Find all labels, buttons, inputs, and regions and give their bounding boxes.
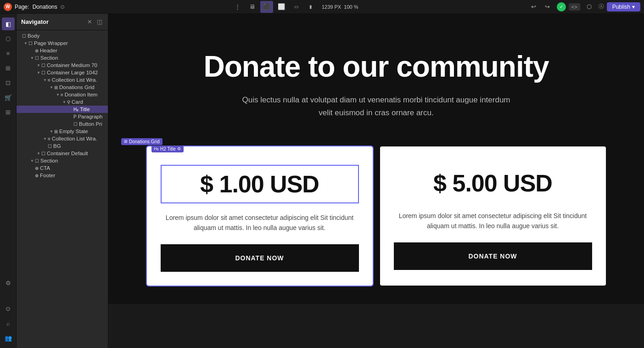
nav-item-container-medium[interactable]: ▼☐Container Medium 70 <box>17 62 108 69</box>
nav-label-page-wrapper: Page Wrapper <box>34 40 106 46</box>
nav-item-card[interactable]: ▼⚲Card <box>17 98 108 106</box>
nav-arrow-donations-grid: ▼ <box>49 85 54 90</box>
nav-icon-container-medium: ☐ <box>41 63 45 68</box>
nav-arrow-page-wrapper: ▼ <box>23 41 28 45</box>
sidebar-icon-settings[interactable]: ⚙ <box>2 276 15 289</box>
title-label: H2 Title <box>160 146 176 152</box>
hero-section: Donate to our community Quis lectus null… <box>108 14 644 146</box>
nav-item-container-large[interactable]: ▼☐Container Large 1042 <box>17 69 108 76</box>
nav-item-donation-item[interactable]: ▼≡Donation Item <box>17 91 108 98</box>
canvas-area[interactable]: Donate to our community Quis lectus null… <box>108 14 644 348</box>
canvas-content: Donate to our community Quis lectus null… <box>108 14 644 348</box>
nav-item-section1[interactable]: ▼☐Section <box>17 54 108 62</box>
nav-item-title[interactable]: H₂Title <box>17 106 108 113</box>
nav-item-cta[interactable]: ⊕CTA <box>17 164 108 172</box>
nav-label-body: Body <box>28 33 106 39</box>
card-amount-0: $ 1.00 USD <box>171 170 349 198</box>
nav-item-paragraph[interactable]: PParagraph <box>17 113 108 120</box>
device-tablet-v-button[interactable]: ▭ <box>290 1 302 13</box>
nav-item-donations-grid[interactable]: ▼⊞Donations Grid <box>17 84 108 91</box>
nav-label-collection-list-wrap: Collection List Wra. <box>52 77 106 83</box>
nav-arrow-donation-item: ▼ <box>55 93 61 97</box>
nav-item-collection-list-wrap2[interactable]: ▼≡Collection List Wra. <box>17 135 108 142</box>
nav-item-header[interactable]: ⊕Header <box>17 47 108 54</box>
nav-icon-card: ⚲ <box>67 100 70 105</box>
sidebar-icon-preview[interactable]: ⊙ <box>2 302 15 315</box>
nav-arrow-collection-list-wrap2: ▼ <box>42 137 48 141</box>
nav-icon-paragraph: P <box>73 114 77 119</box>
sidebar-icons: ◧ ⬡ ≡ ⊞ ⊡ 🛒 ⊞ ⚙ ⊙ ⌕ 👥 <box>0 14 17 348</box>
navigator-collapse-button[interactable]: ◫ <box>96 17 103 26</box>
donation-card-0[interactable]: H₂ H2 Title ⚙ $ 1.00 USD Lorem ipsum dol… <box>147 146 373 286</box>
device-tablet-h-button[interactable]: ⬜ <box>275 1 288 13</box>
device-mobile-button[interactable]: ▮ <box>304 1 317 13</box>
navigator-title: Navigator <box>21 18 49 25</box>
nav-item-body[interactable]: ☐Body <box>17 32 108 39</box>
nav-item-footer[interactable]: ⊕Footer <box>17 172 108 179</box>
navigator-header-icons: ✕ ◫ <box>86 17 103 26</box>
undo-button[interactable]: ↩ <box>527 1 540 13</box>
nav-icon-container-large: ☐ <box>41 70 45 75</box>
sidebar-icon-assets[interactable]: ⊞ <box>2 62 15 74</box>
sidebar-icon-pages[interactable]: ⊡ <box>2 76 15 89</box>
nav-icon-header: ⊕ <box>35 48 39 53</box>
nav-label-button-pri: Button Pri <box>79 121 106 127</box>
nav-icon-cta: ⊕ <box>35 166 39 171</box>
topbar-right: ↩ ↪ ✓ <> ⬡ Ⓐ Publish ▾ <box>527 1 640 13</box>
donations-grid-tag: ⊞ Donations Grid <box>121 138 162 145</box>
nav-item-collection-list-wrap[interactable]: ▼≡Collection List Wra. <box>17 76 108 84</box>
nav-arrow-card: ▼ <box>62 100 67 104</box>
device-desktop-large-button[interactable]: 🖥 <box>246 1 258 13</box>
redo-button[interactable]: ↪ <box>541 1 554 13</box>
nav-item-empty-state[interactable]: ▼⊞Empty State <box>17 128 108 135</box>
nav-icon-page-wrapper: ☐ <box>28 41 33 46</box>
nav-label-paragraph: Paragraph <box>78 114 106 119</box>
nav-item-bg[interactable]: ☐BG <box>17 142 108 150</box>
nav-tree: ☐Body▼☐Page Wrapper⊕Header▼☐Section▼☐Con… <box>17 30 108 348</box>
nav-item-page-wrapper[interactable]: ▼☐Page Wrapper <box>17 39 108 47</box>
sidebar-icon-styles[interactable]: ≡ <box>2 47 15 60</box>
nav-icon-body: ☐ <box>22 34 26 39</box>
navigator-close-button[interactable]: ✕ <box>86 17 93 26</box>
nav-item-container-default[interactable]: ▼☐Container Default <box>17 150 108 157</box>
code-toggle-button[interactable]: <> <box>569 3 580 11</box>
navigator-panel: Navigator ✕ ◫ ☐Body▼☐Page Wrapper⊕Header… <box>17 14 108 348</box>
card-description-0: Lorem ipsum dolor sit amet consectetur a… <box>161 213 359 233</box>
card-amount-wrapper-1: $ 5.00 USD <box>394 165 592 202</box>
webflow-logo: W <box>4 3 12 11</box>
settings-icon: ⚙ <box>177 146 181 151</box>
more-options-button[interactable]: ⋮ <box>231 1 244 13</box>
sidebar-icon-team[interactable]: 👥 <box>2 331 15 344</box>
nav-label-donations-grid: Donations Grid <box>59 84 106 90</box>
sidebar-icon-search[interactable]: ⌕ <box>2 317 15 330</box>
nav-arrow-container-large: ▼ <box>36 71 41 75</box>
nav-item-section2[interactable]: ▼☐Section <box>17 157 108 164</box>
hero-subtitle: Quis lectus nulla at volutpat diam ut ve… <box>239 94 514 118</box>
nav-icon-empty-state: ⊞ <box>54 129 58 134</box>
nav-item-button-pri[interactable]: ☐Button Pri <box>17 120 108 128</box>
publish-button[interactable]: Publish ▾ <box>607 2 640 11</box>
sidebar-icon-apps[interactable]: ⊞ <box>2 106 15 118</box>
device-desktop-button[interactable]: ⬛ <box>260 1 273 13</box>
donation-card-1[interactable]: $ 5.00 USD Lorem ipsum dolor sit amet co… <box>380 146 606 286</box>
sidebar-icon-ecommerce[interactable]: 🛒 <box>2 91 15 104</box>
grid-icon: ⊞ <box>124 139 128 144</box>
nav-label-section1: Section <box>40 55 106 61</box>
nav-label-cta: CTA <box>40 165 106 171</box>
nav-icon-title: H₂ <box>73 107 78 112</box>
donate-button-0[interactable]: DONATE NOW <box>161 244 359 272</box>
cards-grid: H₂ H2 Title ⚙ $ 1.00 USD Lorem ipsum dol… <box>147 146 606 286</box>
nav-label-donation-item: Donation Item <box>65 92 106 97</box>
nav-label-card: Card <box>72 99 106 105</box>
export-button[interactable]: ⬡ <box>583 1 596 13</box>
sidebar-icon-components[interactable]: ⬡ <box>2 32 15 45</box>
nav-icon-collection-list-wrap2: ≡ <box>48 136 50 141</box>
h2-icon: H₂ <box>154 146 159 151</box>
nav-arrow-container-default: ▼ <box>36 152 41 156</box>
sidebar-icon-navigator[interactable]: ◧ <box>2 17 15 30</box>
nav-icon-donations-grid: ⊞ <box>54 85 58 90</box>
nav-icon-donation-item: ≡ <box>61 92 63 97</box>
user-icon: Ⓐ <box>599 3 604 11</box>
nav-label-container-large: Container Large 1042 <box>47 70 106 75</box>
donate-button-1[interactable]: DONATE NOW <box>394 242 592 270</box>
